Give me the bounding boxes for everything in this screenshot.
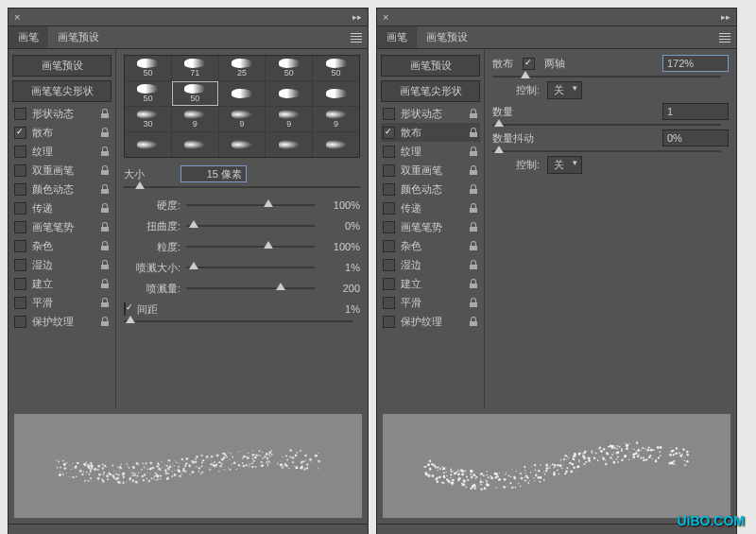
checkbox[interactable] bbox=[14, 297, 26, 309]
checkbox[interactable] bbox=[383, 278, 395, 290]
lock-icon[interactable] bbox=[469, 260, 478, 269]
sidebar-opt-6[interactable]: 画笔笔势 bbox=[12, 217, 112, 236]
checkbox[interactable] bbox=[383, 127, 395, 139]
sidebar-opt-10[interactable]: 平滑 bbox=[381, 293, 480, 312]
brush-tip-cell[interactable] bbox=[219, 81, 266, 106]
sidebar-opt-0[interactable]: 形状动态 bbox=[381, 104, 480, 123]
lock-icon[interactable] bbox=[100, 260, 110, 269]
slider[interactable] bbox=[186, 246, 315, 248]
checkbox[interactable] bbox=[14, 146, 26, 158]
brush-tip-cell[interactable]: 71 bbox=[172, 56, 218, 80]
lock-icon[interactable] bbox=[469, 317, 478, 326]
tab-preset[interactable]: 画笔预设 bbox=[48, 26, 109, 48]
tab-brush[interactable]: 画笔 bbox=[377, 26, 417, 48]
slider[interactable] bbox=[186, 287, 315, 289]
brush-tip-cell[interactable]: 50 bbox=[125, 56, 171, 80]
lock-icon[interactable] bbox=[100, 184, 110, 194]
brush-tip-cell[interactable] bbox=[266, 81, 312, 106]
spacing-checkbox[interactable] bbox=[124, 302, 126, 316]
sidebar-opt-5[interactable]: 传递 bbox=[381, 198, 480, 217]
lock-icon[interactable] bbox=[100, 279, 110, 288]
brush-preset-button[interactable]: 画笔预设 bbox=[381, 55, 480, 77]
checkbox[interactable] bbox=[383, 183, 395, 196]
lock-icon[interactable] bbox=[469, 241, 478, 250]
checkbox[interactable] bbox=[383, 240, 395, 252]
checkbox[interactable] bbox=[383, 259, 395, 271]
lock-icon[interactable] bbox=[469, 109, 478, 118]
brush-tip-cell[interactable]: 25 bbox=[219, 56, 266, 80]
count-input[interactable] bbox=[662, 103, 729, 120]
panel-menu-icon[interactable] bbox=[351, 33, 362, 43]
brush-tip-cell[interactable]: 9 bbox=[219, 107, 266, 131]
lock-icon[interactable] bbox=[100, 222, 110, 232]
control-dropdown[interactable]: 关 bbox=[547, 81, 582, 99]
sidebar-opt-6[interactable]: 画笔笔势 bbox=[381, 217, 480, 236]
brush-tip-cell[interactable]: 50 bbox=[172, 81, 218, 106]
checkbox[interactable] bbox=[14, 108, 26, 120]
close-icon[interactable]: × bbox=[383, 11, 388, 23]
brush-tip-shape[interactable]: 画笔笔尖形状 bbox=[381, 80, 480, 102]
slider[interactable] bbox=[186, 204, 315, 206]
collapse-icon[interactable]: ▸▸ bbox=[721, 12, 730, 22]
scatter-input[interactable] bbox=[662, 55, 729, 72]
sidebar-opt-8[interactable]: 湿边 bbox=[381, 255, 480, 274]
collapse-icon[interactable]: ▸▸ bbox=[352, 12, 362, 22]
brush-tip-cell[interactable] bbox=[125, 132, 171, 157]
lock-icon[interactable] bbox=[469, 128, 478, 137]
brush-tip-cell[interactable] bbox=[266, 132, 312, 157]
lock-icon[interactable] bbox=[100, 165, 110, 175]
brush-tip-cell[interactable] bbox=[313, 132, 359, 157]
sidebar-opt-1[interactable]: 散布 bbox=[12, 123, 112, 142]
checkbox[interactable] bbox=[383, 146, 395, 158]
panel-menu-icon[interactable] bbox=[719, 33, 730, 43]
slider[interactable] bbox=[186, 225, 315, 227]
sidebar-opt-5[interactable]: 传递 bbox=[12, 198, 112, 217]
brush-tip-cell[interactable] bbox=[219, 132, 266, 157]
lock-icon[interactable] bbox=[100, 146, 110, 156]
sidebar-opt-10[interactable]: 平滑 bbox=[12, 293, 112, 312]
sidebar-opt-1[interactable]: 散布 bbox=[381, 123, 480, 142]
lock-icon[interactable] bbox=[469, 165, 478, 175]
sidebar-opt-7[interactable]: 杂色 bbox=[12, 236, 112, 255]
lock-icon[interactable] bbox=[469, 146, 478, 156]
brush-tip-cell[interactable]: 9 bbox=[266, 107, 312, 131]
control-dropdown-2[interactable]: 关 bbox=[547, 156, 582, 174]
checkbox[interactable] bbox=[14, 127, 26, 139]
sidebar-opt-7[interactable]: 杂色 bbox=[381, 236, 480, 255]
sidebar-opt-9[interactable]: 建立 bbox=[12, 274, 112, 293]
brush-tip-cell[interactable]: 50 bbox=[266, 56, 312, 80]
sidebar-opt-4[interactable]: 颜色动态 bbox=[12, 180, 112, 198]
brush-tip-grid[interactable]: 50712550505050309999 bbox=[124, 55, 360, 158]
sidebar-opt-8[interactable]: 湿边 bbox=[12, 255, 112, 274]
tab-preset[interactable]: 画笔预设 bbox=[417, 26, 477, 48]
brush-tip-cell[interactable] bbox=[313, 81, 359, 106]
count-jitter-input[interactable] bbox=[662, 129, 729, 146]
sidebar-opt-4[interactable]: 颜色动态 bbox=[381, 180, 480, 198]
brush-tip-cell[interactable] bbox=[172, 132, 218, 157]
lock-icon[interactable] bbox=[469, 184, 478, 194]
brush-tip-cell[interactable]: 30 bbox=[125, 107, 171, 131]
size-input[interactable] bbox=[180, 165, 247, 182]
lock-icon[interactable] bbox=[100, 317, 110, 326]
brush-tip-cell[interactable]: 9 bbox=[172, 107, 218, 131]
brush-tip-cell[interactable]: 50 bbox=[125, 81, 171, 106]
sidebar-opt-11[interactable]: 保护纹理 bbox=[381, 312, 480, 331]
checkbox[interactable] bbox=[14, 202, 26, 215]
both-axes-checkbox[interactable] bbox=[523, 58, 535, 70]
lock-icon[interactable] bbox=[100, 298, 110, 307]
checkbox[interactable] bbox=[14, 259, 26, 271]
checkbox[interactable] bbox=[14, 240, 26, 252]
brush-tip-cell[interactable]: 9 bbox=[313, 107, 359, 131]
sidebar-opt-2[interactable]: 纹理 bbox=[12, 142, 112, 161]
checkbox[interactable] bbox=[14, 183, 26, 196]
lock-icon[interactable] bbox=[469, 222, 478, 232]
checkbox[interactable] bbox=[14, 278, 26, 290]
sidebar-opt-0[interactable]: 形状动态 bbox=[12, 104, 112, 123]
sidebar-opt-3[interactable]: 双重画笔 bbox=[381, 161, 480, 180]
close-icon[interactable]: × bbox=[14, 11, 20, 23]
tab-brush[interactable]: 画笔 bbox=[9, 26, 48, 48]
lock-icon[interactable] bbox=[469, 279, 478, 288]
lock-icon[interactable] bbox=[100, 203, 110, 213]
checkbox[interactable] bbox=[383, 164, 395, 177]
lock-icon[interactable] bbox=[469, 298, 478, 307]
